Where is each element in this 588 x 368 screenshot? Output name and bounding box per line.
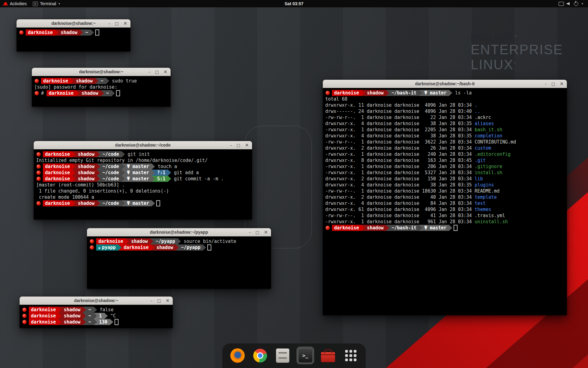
maximize-button[interactable]: □ <box>255 230 259 234</box>
terminal-line: -rw-rw-r--. 1 darknoise darknoise 41 Jan… <box>325 213 564 219</box>
powerline-arrow-shape <box>449 90 452 96</box>
close-button[interactable]: × <box>560 81 564 86</box>
prompt-segment-git: Ψ master <box>422 90 449 96</box>
window-titlebar[interactable]: darknoise@shadow:~/bash-it–□× <box>323 80 567 88</box>
terminal-content[interactable]: darknoiseshadow~ falsedarknoiseshadow~1 … <box>20 305 173 328</box>
minimize-button[interactable]: – <box>545 82 547 86</box>
file-meta: -rwxrwxr-x. 1 darknoise darknoise 961 Ja… <box>325 219 475 225</box>
chevron-down-icon: ▾ <box>58 2 60 5</box>
window-titlebar[interactable]: darknoise@shadow:~/code–□× <box>34 141 252 149</box>
prompt-segment-user: darknoise <box>43 151 72 157</box>
powerline-arrow-icon <box>152 176 155 182</box>
app-menu-terminal[interactable]: Terminal ▾ <box>30 0 63 7</box>
prompt-segment-user: darknoise <box>43 200 72 206</box>
dock-appgrid-icon[interactable] <box>342 347 360 364</box>
powerline-arrow-shape <box>104 313 108 319</box>
prompt-segment-host: shadow <box>62 319 83 325</box>
close-button[interactable]: × <box>164 69 168 74</box>
powerline-arrow-icon <box>150 238 153 244</box>
dock-toolbox-icon[interactable] <box>319 347 337 364</box>
powerline-arrow-icon <box>91 29 94 36</box>
prompt-hat-icon <box>35 79 39 83</box>
window-titlebar[interactable]: darknoise@shadow:~–□× <box>20 297 173 305</box>
minimize-button[interactable]: – <box>108 21 111 25</box>
terminal-content[interactable]: darknoiseshadow~ sudo true[sudo] passwor… <box>32 76 171 107</box>
activities-button[interactable]: Activities <box>0 0 30 7</box>
prompt-segment-path: ~ <box>86 313 93 319</box>
maximize-button[interactable]: □ <box>155 70 159 74</box>
prompt-segment-user: darknoise <box>43 163 72 170</box>
powerline-arrow-icon <box>94 307 97 313</box>
powerline-arrow-icon <box>55 29 58 36</box>
powerline-arrow-icon <box>97 151 100 157</box>
brand-line-linux: LINUX® <box>471 56 563 71</box>
maximize-button[interactable]: □ <box>236 143 240 147</box>
terminal-text: git init <box>125 151 150 157</box>
terminal-text: touch a <box>155 163 177 170</box>
prompt-segment-host: shadow <box>76 200 97 206</box>
prompt-segment-user: darknoise <box>43 176 72 182</box>
window-titlebar[interactable]: darknoise@shadow:~–□× <box>32 68 171 76</box>
powerline-arrow-icon <box>152 170 155 176</box>
minimize-button[interactable]: – <box>149 70 151 74</box>
window-controls: –□× <box>151 297 170 305</box>
powerline-arrow-icon <box>122 151 125 157</box>
close-button[interactable]: × <box>264 230 268 235</box>
file-meta: -rwxrwxr-x. 1 darknoise darknoise 206 Ja… <box>325 163 475 170</box>
prompt-segment-user: darknoise <box>26 29 55 36</box>
terminal-content[interactable]: darknoiseshadow~/pyapp source bin/activa… <box>87 236 271 289</box>
maximize-button[interactable]: □ <box>551 82 555 86</box>
minimize-button[interactable]: – <box>151 299 153 303</box>
prompt-hat-icon <box>19 30 24 35</box>
powerline-arrow-shape <box>95 78 98 84</box>
file-name: bash_it.sh <box>475 127 502 133</box>
terminal-line: darknoiseshadow~/codeΨ masterS:1 git com… <box>36 176 250 182</box>
maximize-button[interactable]: □ <box>157 299 161 303</box>
prompt-segment-path: ~ <box>104 90 111 96</box>
powerline-arrow-icon <box>178 238 181 244</box>
terminal-line: Initialized empty Git repository in /hom… <box>36 157 250 163</box>
dock-chrome-icon[interactable] <box>251 347 269 364</box>
prompt-segment-user: darknoise <box>332 225 361 231</box>
prompt-hat-icon <box>90 239 94 243</box>
close-button[interactable]: × <box>123 21 127 26</box>
dock-files-icon[interactable] <box>274 347 292 364</box>
clock[interactable]: Sat 03:57 <box>285 1 303 6</box>
prompt-segment-path: ~/code <box>100 151 121 157</box>
prompt-segment-host: shadow <box>62 307 83 313</box>
chevron-down-icon: ▾ <box>582 2 583 5</box>
powerline-arrow-icon <box>110 319 113 325</box>
powerline-arrow-shape <box>203 244 206 251</box>
prompt-segment-path: ~ <box>98 78 106 84</box>
powerline-arrow-shape <box>76 90 79 96</box>
dock-firefox-icon[interactable] <box>228 347 246 364</box>
window-titlebar[interactable]: darknoise@shadow:~–□× <box>17 19 130 28</box>
dock-terminal-icon[interactable]: >_ <box>296 347 314 364</box>
terminal-content[interactable]: darknoiseshadow~/code git initInitialize… <box>34 149 252 220</box>
system-status-area[interactable]: ▾ <box>556 0 586 7</box>
close-button[interactable]: × <box>166 298 170 303</box>
terminal-content[interactable]: darknoiseshadow~/bash-itΨ master ls -lat… <box>323 88 567 315</box>
powerline-arrow-icon <box>72 170 76 176</box>
window-controls: –□× <box>108 19 127 27</box>
registered-mark: ® <box>514 61 517 65</box>
powerline-arrow-shape <box>110 319 113 325</box>
powerline-arrow-shape <box>55 29 58 36</box>
maximize-button[interactable]: □ <box>115 21 119 25</box>
prompt-segment-stats: S:1 <box>155 176 168 182</box>
terminal-content[interactable]: darknoiseshadow~ <box>17 28 130 52</box>
terminal-window-terminal-bash-it: darknoise@shadow:~/bash-it–□×darknoisesh… <box>323 80 567 315</box>
powerline-arrow-shape <box>94 313 97 319</box>
powerline-arrow-shape <box>152 170 155 176</box>
minimize-button[interactable]: – <box>249 230 251 234</box>
powerline-arrow-icon <box>94 313 97 319</box>
file-meta: -rw-rw-r--. 1 darknoise darknoise 18630 … <box>325 188 475 194</box>
terminal-line: drwxrwxr-x. 61 darknoise darknoise 4096 … <box>325 206 564 213</box>
prompt-segment-user: darknoise <box>332 90 361 96</box>
brand-line-enterprise: ENTERPRISE <box>471 43 563 56</box>
close-button[interactable]: × <box>245 143 249 148</box>
activities-label: Activities <box>10 1 27 6</box>
window-titlebar[interactable]: darknoise@shadow:~/pyapp–□× <box>87 228 271 236</box>
minimize-button[interactable]: – <box>230 143 232 147</box>
prompt-hat-icon <box>35 91 39 95</box>
